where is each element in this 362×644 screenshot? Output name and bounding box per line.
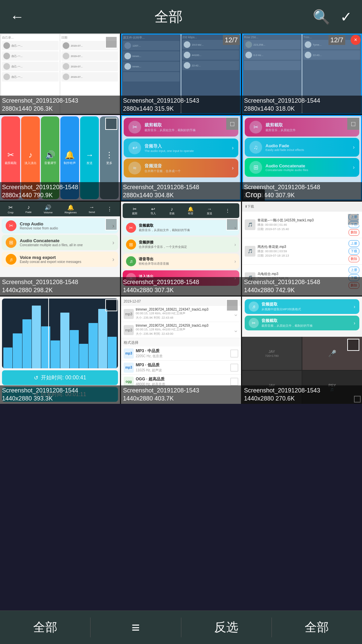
screenshot-checkbox[interactable] xyxy=(105,218,117,230)
send-icon: → xyxy=(85,150,94,160)
screenshot-item[interactable]: ✂ 裁剪截取 裁剪音乐，从原始文件 › ♫ Audio Fade Easily … xyxy=(242,115,362,201)
screenshot-checkbox[interactable] xyxy=(226,299,238,311)
screenshot-checkbox-checked[interactable]: □ xyxy=(226,118,238,130)
header: ← 全部 🔍 ✓ xyxy=(0,0,362,34)
nav-all-button[interactable]: 全部 xyxy=(0,611,90,644)
screenshot-label: Screenshot_20191208-1544 1440x2880 393.3… xyxy=(0,385,120,404)
screenshot-label: Screenshot_20191208-1543 2880x1440 315.9… xyxy=(121,96,241,114)
screenshot-label: Screenshot_20191208-1543 1440x2880 403.7… xyxy=(121,385,241,404)
screenshot-label: Screenshot_20191208-1548 1440x2880 307.3… xyxy=(121,277,241,296)
tool-label: 发送 xyxy=(86,161,93,165)
screenshot-checkbox[interactable] xyxy=(347,213,359,225)
crop-icon: ✂ xyxy=(7,150,14,160)
nav-reverse-button[interactable]: 反选 xyxy=(181,611,272,644)
screenshot-checkbox[interactable] xyxy=(347,339,359,351)
screenshot-item[interactable]: ✂ 裁剪截取 裁剪音乐，从原始文件，截制好的节奏 › ↩ 音频导入 The au… xyxy=(121,115,241,201)
screenshot-label: Screenshot_20191208-1548 2880x1440 790.9… xyxy=(0,182,120,201)
screenshot-item[interactable]: ♬ 音频提取从视频中提取出MP3转换格式 › ✂ 音频截取裁剪音频，从原始文件，… xyxy=(242,297,362,404)
screenshot-checkbox[interactable] xyxy=(226,218,238,230)
fade-icon: ♪ xyxy=(28,150,33,160)
mix-icon: ≈ xyxy=(128,162,141,174)
screenshot-checkbox-checked[interactable]: □ xyxy=(347,118,359,130)
selection-badge: 12/7 xyxy=(328,35,345,45)
crop-label: Crop xyxy=(242,189,265,201)
screenshot-label: Screenshot_20191208-1548 1440x2880 298.2… xyxy=(0,277,120,296)
tool-label: 音量调节 xyxy=(44,161,56,165)
screenshot-checkbox[interactable] xyxy=(105,299,117,311)
concat-icon: ⊞ xyxy=(249,161,262,174)
crop3-icon: ✂ xyxy=(249,121,262,133)
screenshot-item[interactable]: 2019-12-07 mp3 trimmer_20190724_183621_2… xyxy=(121,297,241,404)
header-title: 全部 xyxy=(155,7,183,26)
screenshot-item[interactable]: ⬇下载 🎵 青花瓷--一颗小芸.141539_track1.mp3 播放: 00… xyxy=(242,202,362,296)
confirm-icon[interactable]: ✓ xyxy=(340,9,352,25)
volume-icon: 🔊 xyxy=(45,150,55,160)
search-icon[interactable]: 🔍 xyxy=(313,9,330,25)
screenshots-grid: 自己录... 自己-一... 自己-一... 自己-一... 自己-一... 日… xyxy=(0,34,362,404)
tool-label: 更多 xyxy=(106,161,112,165)
screenshot-item[interactable]: ↺ 开始时间: 00:00:41 ↺ 结束时间: 00:01:11 Screen… xyxy=(0,297,120,404)
screenshot-item[interactable]: 自己录... 自己-一... 自己-一... 自己-一... 自己-一... 日… xyxy=(0,34,120,114)
tool-label: 制作铃声 xyxy=(64,161,76,165)
screenshot-item[interactable]: ✂裁剪 ↩导入 ♪音效 🔔铃音 →发送 ⋮ ✂ 音频裁取裁剪音乐，从原始文件，截… xyxy=(121,202,241,296)
screenshot-label: Screenshot_20191208-1543 2880x1440 206.3… xyxy=(0,96,120,114)
tool-label: 裁剪截取 xyxy=(5,161,17,165)
ring-icon: 🔔 xyxy=(65,150,75,160)
more-icon: ⋮ xyxy=(105,150,113,160)
content-area: 自己录... 自己-一... 自己-一... 自己-一... 自己-一... 日… xyxy=(0,34,362,610)
nav-all2-button[interactable]: 全部 xyxy=(272,611,362,644)
nav-menu-button[interactable]: ≡ xyxy=(90,611,181,644)
screenshot-label: Screenshot_20191208-1543 1440x2880 270.6… xyxy=(242,385,362,404)
fade2-icon: ♫ xyxy=(249,141,262,154)
screenshot-item[interactable]: Row 256... 223,258... 0.0 Hz... Trim... … xyxy=(242,34,362,114)
screenshot-checkbox[interactable] xyxy=(105,36,117,48)
screenshot-label: Screenshot_20191208-1548 2880x1440 304.8… xyxy=(121,182,241,201)
screenshot-checkbox[interactable] xyxy=(105,118,117,130)
screenshot-label: Screenshot_20191208-1544 2880x1440 318.0… xyxy=(242,96,362,114)
screenshot-item[interactable]: ✂Crop ♪Fade 🔊Volume 🔔Ringtones →Send xyxy=(0,202,120,296)
remove-button[interactable]: × xyxy=(351,35,361,45)
screenshot-item[interactable]: 源文件-比特率... 1207... trimm... trimm... 232… xyxy=(121,34,241,114)
crop2-icon: ✂ xyxy=(128,121,141,133)
back-button[interactable]: ← xyxy=(10,9,24,25)
tool-label: 淡入淡出 xyxy=(24,161,37,165)
input-icon: ↩ xyxy=(128,142,141,154)
selection-badge: 12/7 xyxy=(223,35,240,45)
screenshot-item[interactable]: ✂ 裁剪截取 ♪ 淡入淡出 🔊 音量调节 🔔 制作铃声 xyxy=(0,115,120,201)
bottom-navigation: 全部 ≡ 反选 全部 xyxy=(0,610,362,644)
screenshot-label: Screenshot_20191208-1548 1440x2880 742.9… xyxy=(242,277,362,296)
